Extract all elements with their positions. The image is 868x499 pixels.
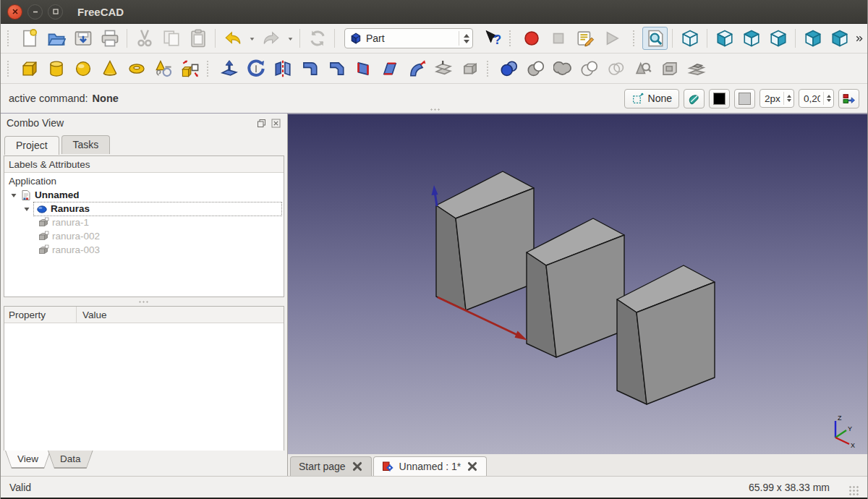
face-color-button[interactable] [734,89,755,108]
redo-button[interactable] [258,27,284,50]
new-file-button[interactable] [17,27,42,50]
macro-stop-button[interactable] [545,27,571,50]
macro-play-button[interactable] [599,27,624,50]
toolbar-drag-handle[interactable] [207,61,212,77]
boolean-section-button[interactable] [576,57,602,80]
extrude-button[interactable] [216,57,242,80]
tree-item-ranura-002[interactable]: ranura-002 [4,229,284,243]
combo-spin-arrows[interactable] [459,31,469,46]
toolbar-drag-handle[interactable] [7,30,12,46]
create-primitives-button[interactable] [150,57,176,80]
paste-button[interactable] [185,27,210,50]
text-scale-spinbox[interactable]: 0,20 [799,89,834,108]
slice-button[interactable] [684,57,709,80]
primitive-cylinder-button[interactable] [43,57,69,80]
primitive-cone-button[interactable] [97,57,122,80]
refresh-button[interactable] [305,27,330,50]
mirror-button[interactable] [270,57,295,80]
new-file-icon [20,29,39,48]
p-cone-icon [101,59,119,78]
float-panel-button[interactable] [256,118,267,129]
view-front-button[interactable] [712,27,737,50]
view-axonometric-button[interactable] [677,27,702,50]
view-left-button[interactable] [827,27,852,50]
close-tab-icon[interactable] [352,461,363,472]
selected-item-box[interactable]: Ranuras [33,202,282,216]
tree-item-ranura-1[interactable]: ranura-1 [4,216,284,229]
thickness-button[interactable] [457,57,482,80]
print-button[interactable] [97,27,122,50]
window-close-button[interactable] [7,4,22,20]
primitive-box-button[interactable] [17,57,42,80]
text-scale-spin-arrows[interactable] [823,92,833,105]
copy-button[interactable] [158,27,184,50]
tab-data[interactable]: Data [48,451,93,469]
open-file-button[interactable] [43,27,69,50]
line-width-spin-arrows[interactable] [783,92,793,105]
3d-viewport[interactable]: Z Y X [288,114,868,454]
cut-button[interactable] [132,27,157,50]
fit-all-button[interactable] [642,27,668,50]
primitive-sphere-button[interactable] [70,57,95,80]
property-column-header[interactable]: Property [4,307,77,323]
chamfer-button[interactable] [323,57,349,80]
view-rear-button[interactable] [800,27,825,50]
primitive-torus-button[interactable] [124,57,149,80]
sweep-button[interactable] [404,57,429,80]
undo-button[interactable] [220,27,245,50]
toolbar-overflow-button[interactable] [854,27,864,50]
close-panel-button[interactable] [271,118,281,129]
offset-button[interactable] [430,57,456,80]
revolve-button[interactable] [243,57,268,80]
line-color-button[interactable] [709,89,730,108]
tab-unnamed-document[interactable]: Unnamed : 1* [373,456,488,476]
tree-item-ranura-003[interactable]: ranura-003 [4,243,284,257]
tab-start-page[interactable]: Start page [290,456,372,476]
save-file-button[interactable] [70,27,95,50]
window-maximize-button[interactable] [48,4,63,20]
tab-project[interactable]: Project [4,136,59,155]
autogroup-button[interactable]: None [624,89,679,108]
toolbar-drag-handle[interactable] [7,61,12,77]
defeaturing-button[interactable] [657,57,682,80]
view-right-button[interactable] [765,27,791,50]
expand-arrow-icon[interactable] [10,192,17,199]
tab-tasks[interactable]: Tasks [61,135,111,154]
tree-item-group[interactable]: Ranuras [4,202,284,216]
titlebar: FreeCAD [1,0,867,24]
tab-view[interactable]: View [5,451,51,469]
caret-down-icon [286,34,295,43]
mirror-icon [273,59,292,78]
view-top-button[interactable] [739,27,764,50]
line-width-spinbox[interactable]: 2px [760,89,794,108]
macro-record-button[interactable] [519,27,544,50]
whats-this-button[interactable]: ? [480,27,505,50]
boolean-union-button[interactable] [496,57,522,80]
toolbar-drag-handle[interactable] [509,30,514,46]
boolean-cut-button[interactable] [523,57,548,80]
tree-item-application[interactable]: Application [4,174,284,188]
toolbar-drag-handle[interactable] [487,61,492,77]
splitter-handle[interactable] [430,108,441,111]
ruled-surface-button[interactable] [350,57,375,80]
shape-builder-button[interactable] [177,57,203,80]
panel-splitter[interactable] [1,297,287,306]
undo-menu-button[interactable] [247,27,257,50]
apply-style-button[interactable] [838,89,859,108]
macro-edit-button[interactable] [572,27,597,50]
window-minimize-button[interactable] [27,4,43,20]
check-geometry-button[interactable] [630,57,655,80]
expand-arrow-icon[interactable] [23,205,30,213]
boolean-common-button[interactable] [550,57,575,80]
close-tab-icon[interactable] [467,461,478,472]
snap-toggle-button[interactable] [684,89,705,108]
workbench-selector[interactable]: Part [344,28,473,48]
resize-grip[interactable] [848,485,859,495]
loft-button[interactable] [377,57,402,80]
tree-item-document[interactable]: Unnamed [4,188,284,202]
redo-menu-button[interactable] [285,27,295,50]
value-column-header[interactable]: Value [77,310,107,320]
cross-sections-button[interactable] [603,57,629,80]
toolbar-drag-handle[interactable] [633,30,638,46]
fillet-button[interactable] [297,57,322,80]
